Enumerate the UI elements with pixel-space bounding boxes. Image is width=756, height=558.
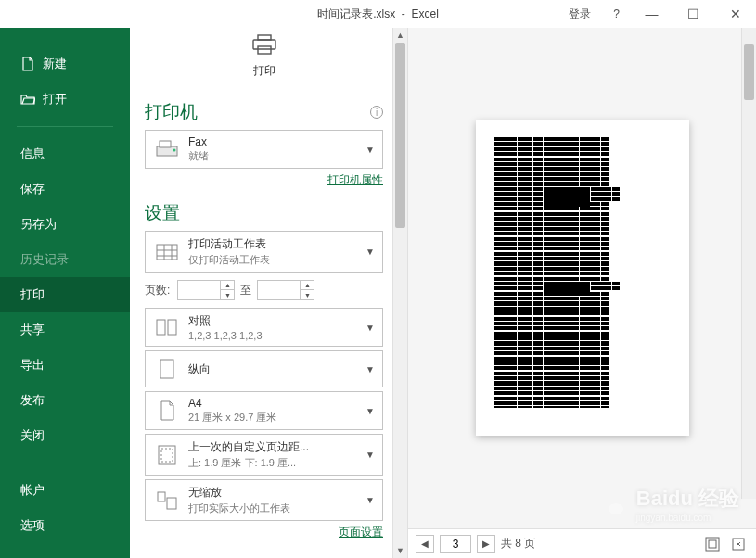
svg-rect-1 — [253, 40, 275, 49]
printer-heading: 打印机 i — [145, 100, 383, 124]
sidebar-item-saveas[interactable]: 另存为 — [0, 207, 130, 242]
svg-point-5 — [173, 149, 176, 152]
collate-selector[interactable]: 对照 1,2,3 1,2,3 1,2,3 ▼ — [145, 308, 383, 347]
pages-to-input[interactable]: ▲▼ — [257, 280, 314, 300]
next-page-button[interactable]: ▶ — [477, 535, 495, 553]
sidebar-item-info[interactable]: 信息 — [0, 136, 130, 171]
svg-rect-14 — [706, 538, 719, 551]
pages-to-label: 至 — [240, 283, 251, 298]
chevron-down-icon: ▼ — [365, 145, 375, 155]
chevron-down-icon: ▼ — [365, 323, 375, 333]
help-button[interactable]: ? — [602, 7, 631, 20]
pages-row: 页数: ▲▼ 至 ▲▼ — [145, 280, 383, 300]
svg-rect-12 — [158, 492, 165, 501]
file-icon — [20, 57, 35, 71]
preview-toolbar: ◀ ▶ 共 8 页 — [408, 528, 756, 558]
spinner-down-icon[interactable]: ▼ — [221, 290, 234, 299]
print-preview: ◀ ▶ 共 8 页 Baidu 经验 jingyan.baidu.com — [408, 28, 756, 558]
show-margins-button[interactable] — [702, 534, 723, 554]
sidebar-item-account[interactable]: 帐户 — [0, 473, 130, 508]
margins-selector[interactable]: 上一次的自定义页边距... 上: 1.9 厘米 下: 1.9 厘... ▼ — [145, 434, 383, 476]
scale-icon — [153, 488, 181, 514]
sidebar-item-print[interactable]: 打印 — [0, 277, 130, 312]
backstage-sidebar: 新建 打开 信息 保存 另存为 历史记录 打印 共享 导出 发布 关闭 帐户 选… — [0, 28, 130, 558]
svg-rect-11 — [161, 449, 173, 462]
fax-icon — [153, 136, 181, 162]
settings-heading: 设置 — [145, 201, 383, 225]
page-number-input[interactable] — [440, 535, 471, 553]
print-what-selector[interactable]: 打印活动工作表 仅打印活动工作表 ▼ — [145, 231, 383, 273]
spinner-down-icon[interactable]: ▼ — [301, 290, 314, 299]
pages-label: 页数: — [145, 283, 170, 298]
settings-scrollbar[interactable]: ▲ ▼ — [392, 28, 407, 558]
chevron-down-icon: ▼ — [365, 450, 375, 460]
printer-icon — [225, 34, 303, 59]
sidebar-item-publish[interactable]: 发布 — [0, 383, 130, 418]
pages-from-input[interactable]: ▲▼ — [177, 280, 235, 300]
printer-selector[interactable]: Fax 就绪 ▼ — [145, 130, 383, 169]
svg-rect-0 — [258, 35, 271, 40]
chevron-down-icon: ▼ — [365, 364, 375, 374]
page-setup-link[interactable]: 页面设置 — [339, 526, 383, 539]
svg-rect-4 — [160, 141, 171, 147]
svg-rect-8 — [168, 320, 176, 335]
spinner-up-icon[interactable]: ▲ — [301, 281, 314, 290]
folder-open-icon — [20, 92, 35, 107]
chevron-down-icon: ▼ — [365, 406, 375, 416]
sidebar-item-open[interactable]: 打开 — [0, 82, 130, 117]
margins-icon — [153, 442, 181, 468]
svg-rect-15 — [709, 540, 716, 548]
svg-rect-9 — [160, 360, 173, 378]
paper-size-selector[interactable]: A4 21 厘米 x 29.7 厘米 ▼ — [145, 391, 383, 430]
svg-rect-2 — [258, 46, 271, 54]
sidebar-item-share[interactable]: 共享 — [0, 312, 130, 348]
spinner-up-icon[interactable]: ▲ — [221, 281, 234, 290]
sidebar-item-options[interactable]: 选项 — [0, 508, 130, 543]
window-title: 时间记录表.xlsx - Excel — [317, 6, 439, 22]
minimize-button[interactable]: — — [631, 0, 673, 28]
svg-rect-13 — [167, 498, 176, 509]
sheets-icon — [153, 239, 181, 265]
maximize-button[interactable]: ☐ — [673, 0, 714, 28]
scaling-selector[interactable]: 无缩放 打印实际大小的工作表 ▼ — [145, 479, 383, 521]
collate-icon — [153, 314, 181, 340]
preview-scrollbar[interactable] — [741, 28, 756, 499]
titlebar: 时间记录表.xlsx - Excel 登录 ? — ☐ ✕ — [0, 0, 756, 28]
print-settings-panel: 打印 打印机 i Fax 就绪 ▼ 打印机属性 设置 打印活动工作表 — [130, 28, 408, 558]
sidebar-item-history: 历史记录 — [0, 242, 130, 277]
portrait-icon — [153, 356, 181, 382]
scroll-up-icon[interactable]: ▲ — [393, 28, 407, 43]
signin-link[interactable]: 登录 — [557, 6, 602, 22]
chevron-down-icon: ▼ — [365, 495, 375, 505]
printer-properties-link[interactable]: 打印机属性 — [327, 173, 383, 186]
sidebar-item-new[interactable]: 新建 — [0, 46, 130, 82]
print-button[interactable]: 打印 — [224, 28, 304, 87]
svg-rect-7 — [157, 320, 165, 335]
zoom-to-page-button[interactable] — [728, 534, 749, 554]
paper-icon — [153, 398, 181, 424]
close-button[interactable]: ✕ — [714, 0, 756, 28]
sidebar-item-export[interactable]: 导出 — [0, 348, 130, 383]
svg-rect-6 — [157, 245, 177, 260]
sidebar-item-save[interactable]: 保存 — [0, 171, 130, 207]
page-total-label: 共 8 页 — [501, 536, 535, 552]
sidebar-item-close[interactable]: 关闭 — [0, 418, 130, 453]
prev-page-button[interactable]: ◀ — [416, 535, 434, 553]
preview-page — [476, 120, 689, 436]
scroll-down-icon[interactable]: ▼ — [393, 543, 407, 558]
orientation-selector[interactable]: 纵向 ▼ — [145, 350, 383, 387]
chevron-down-icon: ▼ — [365, 247, 375, 257]
info-icon[interactable]: i — [370, 106, 383, 119]
